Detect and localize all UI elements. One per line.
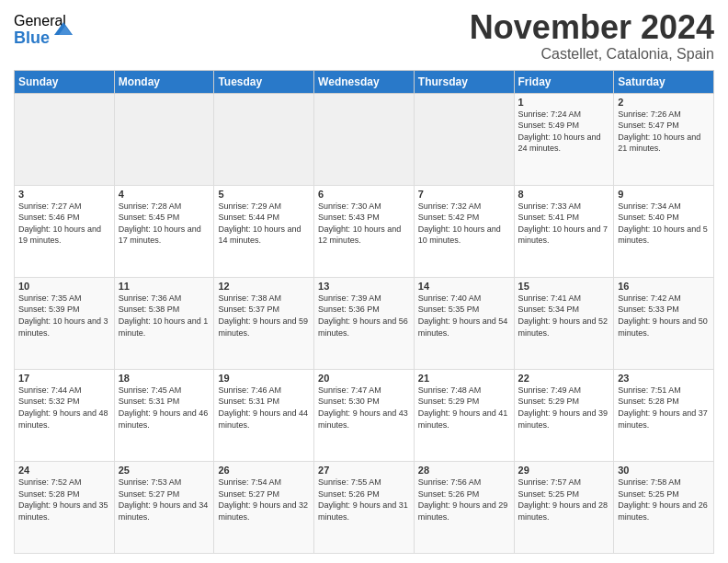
day-cell: 24Sunrise: 7:52 AM Sunset: 5:28 PM Dayli… <box>15 461 115 553</box>
day-cell: 18Sunrise: 7:45 AM Sunset: 5:31 PM Dayli… <box>114 369 214 461</box>
day-info: Sunrise: 7:49 AM Sunset: 5:29 PM Dayligh… <box>518 385 610 431</box>
day-number: 8 <box>518 189 610 200</box>
day-info: Sunrise: 7:41 AM Sunset: 5:34 PM Dayligh… <box>518 293 610 339</box>
day-cell <box>15 93 115 185</box>
day-info: Sunrise: 7:39 AM Sunset: 5:36 PM Dayligh… <box>318 293 410 339</box>
day-cell <box>114 93 214 185</box>
logo-icon <box>52 18 74 40</box>
day-info: Sunrise: 7:27 AM Sunset: 5:46 PM Dayligh… <box>18 201 110 247</box>
day-number: 20 <box>318 373 410 384</box>
day-number: 1 <box>518 97 610 108</box>
day-cell: 26Sunrise: 7:54 AM Sunset: 5:27 PM Dayli… <box>214 461 314 553</box>
day-cell: 14Sunrise: 7:40 AM Sunset: 5:35 PM Dayli… <box>414 277 514 369</box>
day-info: Sunrise: 7:38 AM Sunset: 5:37 PM Dayligh… <box>218 293 310 339</box>
day-cell: 30Sunrise: 7:58 AM Sunset: 5:25 PM Dayli… <box>614 461 714 553</box>
day-number: 30 <box>618 465 710 476</box>
week-row-2: 10Sunrise: 7:35 AM Sunset: 5:39 PM Dayli… <box>15 277 714 369</box>
day-cell: 3Sunrise: 7:27 AM Sunset: 5:46 PM Daylig… <box>15 185 115 277</box>
day-number: 4 <box>119 189 210 200</box>
header-row: Sunday Monday Tuesday Wednesday Thursday… <box>15 70 714 93</box>
logo: General Blue <box>14 13 74 47</box>
day-info: Sunrise: 7:51 AM Sunset: 5:28 PM Dayligh… <box>618 385 710 431</box>
week-row-1: 3Sunrise: 7:27 AM Sunset: 5:46 PM Daylig… <box>15 185 714 277</box>
day-info: Sunrise: 7:28 AM Sunset: 5:45 PM Dayligh… <box>119 201 210 247</box>
day-number: 17 <box>18 373 110 384</box>
day-number: 12 <box>218 281 310 292</box>
week-row-4: 24Sunrise: 7:52 AM Sunset: 5:28 PM Dayli… <box>15 461 714 553</box>
day-number: 11 <box>119 281 210 292</box>
day-cell: 23Sunrise: 7:51 AM Sunset: 5:28 PM Dayli… <box>614 369 714 461</box>
header-sunday: Sunday <box>15 70 115 93</box>
day-number: 2 <box>618 97 710 108</box>
day-info: Sunrise: 7:36 AM Sunset: 5:38 PM Dayligh… <box>119 293 210 339</box>
day-cell: 20Sunrise: 7:47 AM Sunset: 5:30 PM Dayli… <box>314 369 415 461</box>
calendar-header: Sunday Monday Tuesday Wednesday Thursday… <box>15 70 714 93</box>
day-number: 5 <box>218 189 310 200</box>
day-cell: 9Sunrise: 7:34 AM Sunset: 5:40 PM Daylig… <box>614 185 714 277</box>
day-cell: 12Sunrise: 7:38 AM Sunset: 5:37 PM Dayli… <box>214 277 314 369</box>
page: General Blue November 2024 Castellet, Ca… <box>0 0 728 563</box>
day-info: Sunrise: 7:24 AM Sunset: 5:49 PM Dayligh… <box>518 109 610 155</box>
day-info: Sunrise: 7:26 AM Sunset: 5:47 PM Dayligh… <box>618 109 710 155</box>
day-info: Sunrise: 7:56 AM Sunset: 5:26 PM Dayligh… <box>418 477 510 523</box>
day-info: Sunrise: 7:35 AM Sunset: 5:39 PM Dayligh… <box>18 293 110 339</box>
week-row-0: 1Sunrise: 7:24 AM Sunset: 5:49 PM Daylig… <box>15 93 714 185</box>
day-number: 6 <box>318 189 410 200</box>
header: General Blue November 2024 Castellet, Ca… <box>14 9 714 63</box>
header-wednesday: Wednesday <box>314 70 415 93</box>
day-number: 14 <box>418 281 510 292</box>
day-number: 23 <box>618 373 710 384</box>
day-number: 16 <box>618 281 710 292</box>
day-number: 29 <box>518 465 610 476</box>
day-number: 3 <box>18 189 110 200</box>
day-info: Sunrise: 7:33 AM Sunset: 5:41 PM Dayligh… <box>518 201 610 247</box>
day-info: Sunrise: 7:57 AM Sunset: 5:25 PM Dayligh… <box>518 477 610 523</box>
location: Castellet, Catalonia, Spain <box>470 46 714 63</box>
day-cell: 19Sunrise: 7:46 AM Sunset: 5:31 PM Dayli… <box>214 369 314 461</box>
day-cell: 8Sunrise: 7:33 AM Sunset: 5:41 PM Daylig… <box>514 185 614 277</box>
day-number: 21 <box>418 373 510 384</box>
day-info: Sunrise: 7:58 AM Sunset: 5:25 PM Dayligh… <box>618 477 710 523</box>
day-number: 22 <box>518 373 610 384</box>
day-cell: 13Sunrise: 7:39 AM Sunset: 5:36 PM Dayli… <box>314 277 415 369</box>
day-cell: 29Sunrise: 7:57 AM Sunset: 5:25 PM Dayli… <box>514 461 614 553</box>
day-info: Sunrise: 7:40 AM Sunset: 5:35 PM Dayligh… <box>418 293 510 339</box>
day-cell: 10Sunrise: 7:35 AM Sunset: 5:39 PM Dayli… <box>15 277 115 369</box>
day-cell: 17Sunrise: 7:44 AM Sunset: 5:32 PM Dayli… <box>15 369 115 461</box>
day-info: Sunrise: 7:46 AM Sunset: 5:31 PM Dayligh… <box>218 385 310 431</box>
logo-text: General Blue <box>14 13 74 47</box>
day-number: 15 <box>518 281 610 292</box>
day-cell: 25Sunrise: 7:53 AM Sunset: 5:27 PM Dayli… <box>114 461 214 553</box>
day-cell: 28Sunrise: 7:56 AM Sunset: 5:26 PM Dayli… <box>414 461 514 553</box>
day-cell: 21Sunrise: 7:48 AM Sunset: 5:29 PM Dayli… <box>414 369 514 461</box>
week-row-3: 17Sunrise: 7:44 AM Sunset: 5:32 PM Dayli… <box>15 369 714 461</box>
calendar: Sunday Monday Tuesday Wednesday Thursday… <box>14 70 714 554</box>
day-info: Sunrise: 7:54 AM Sunset: 5:27 PM Dayligh… <box>218 477 310 523</box>
day-number: 19 <box>218 373 310 384</box>
day-cell: 6Sunrise: 7:30 AM Sunset: 5:43 PM Daylig… <box>314 185 415 277</box>
day-info: Sunrise: 7:44 AM Sunset: 5:32 PM Dayligh… <box>18 385 110 431</box>
day-cell: 15Sunrise: 7:41 AM Sunset: 5:34 PM Dayli… <box>514 277 614 369</box>
day-number: 24 <box>18 465 110 476</box>
day-info: Sunrise: 7:42 AM Sunset: 5:33 PM Dayligh… <box>618 293 710 339</box>
logo-blue: Blue <box>14 29 50 48</box>
header-friday: Friday <box>514 70 614 93</box>
title-section: November 2024 Castellet, Catalonia, Spai… <box>470 9 714 63</box>
day-info: Sunrise: 7:53 AM Sunset: 5:27 PM Dayligh… <box>119 477 210 523</box>
day-number: 18 <box>119 373 210 384</box>
day-info: Sunrise: 7:45 AM Sunset: 5:31 PM Dayligh… <box>119 385 210 431</box>
day-number: 7 <box>418 189 510 200</box>
day-cell: 7Sunrise: 7:32 AM Sunset: 5:42 PM Daylig… <box>414 185 514 277</box>
day-cell <box>414 93 514 185</box>
month-title: November 2024 <box>470 9 714 46</box>
day-info: Sunrise: 7:32 AM Sunset: 5:42 PM Dayligh… <box>418 201 510 247</box>
day-cell: 1Sunrise: 7:24 AM Sunset: 5:49 PM Daylig… <box>514 93 614 185</box>
day-cell: 11Sunrise: 7:36 AM Sunset: 5:38 PM Dayli… <box>114 277 214 369</box>
day-number: 10 <box>18 281 110 292</box>
day-number: 26 <box>218 465 310 476</box>
day-cell <box>314 93 415 185</box>
day-cell: 2Sunrise: 7:26 AM Sunset: 5:47 PM Daylig… <box>614 93 714 185</box>
day-cell: 5Sunrise: 7:29 AM Sunset: 5:44 PM Daylig… <box>214 185 314 277</box>
day-number: 13 <box>318 281 410 292</box>
day-number: 25 <box>119 465 210 476</box>
